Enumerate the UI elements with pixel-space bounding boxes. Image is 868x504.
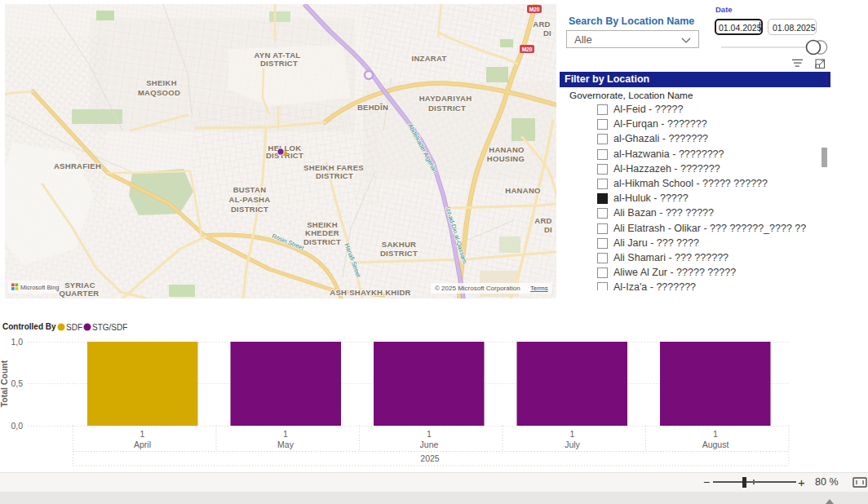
svg-text:ASH SHAYKH KHIDR: ASH SHAYKH KHIDR <box>330 288 410 297</box>
svg-text:0,5: 0,5 <box>11 378 23 388</box>
svg-text:MAQSOOD: MAQSOOD <box>138 88 180 97</box>
svg-text:SHEIKH: SHEIKH <box>146 78 177 87</box>
svg-text:DI: DI <box>543 29 551 38</box>
svg-text:August: August <box>702 440 729 449</box>
svg-text:ARD: ARD <box>533 20 550 29</box>
svg-text:July: July <box>565 440 580 449</box>
svg-text:1: 1 <box>283 429 288 439</box>
svg-text:BUSTAN: BUSTAN <box>233 185 267 194</box>
svg-text:BEHDÎN: BEHDÎN <box>357 103 388 112</box>
svg-text:QUARTER: QUARTER <box>59 289 99 298</box>
svg-text:AL-PASHA: AL-PASHA <box>229 195 271 204</box>
svg-text:STG/SDF: STG/SDF <box>92 323 127 332</box>
svg-text:M20: M20 <box>522 46 533 52</box>
svg-text:AYN AT-TAL: AYN AT-TAL <box>255 51 301 60</box>
svg-text:1: 1 <box>140 429 145 439</box>
svg-text:DISTRICT: DISTRICT <box>316 171 353 180</box>
svg-text:SDF: SDF <box>66 323 82 332</box>
svg-text:May: May <box>277 440 294 449</box>
svg-text:1: 1 <box>713 429 718 439</box>
svg-text:Microsoft Bing: Microsoft Bing <box>20 284 60 291</box>
svg-text:DISTRICT: DISTRICT <box>303 237 341 246</box>
svg-text:© 2025 Microsoft Corporation: © 2025 Microsoft Corporation <box>435 285 520 292</box>
svg-text:Total Count: Total Count <box>0 360 9 407</box>
svg-text:ASHRAFIEH: ASHRAFIEH <box>54 161 101 170</box>
svg-text:DISTRICT: DISTRICT <box>380 249 418 258</box>
svg-text:ARD: ARD <box>534 216 551 225</box>
svg-text:1: 1 <box>570 429 575 439</box>
svg-text:June: June <box>420 440 439 449</box>
svg-text:KHEDER: KHEDER <box>305 228 339 237</box>
svg-text:HANANO: HANANO <box>505 186 541 195</box>
svg-text:2025: 2025 <box>420 453 440 463</box>
svg-text:HAYDARIYAH: HAYDARIYAH <box>419 94 472 103</box>
svg-text:DISTRICT: DISTRICT <box>231 205 268 214</box>
svg-text:HOUSING: HOUSING <box>487 154 525 163</box>
svg-text:DI: DI <box>544 225 552 234</box>
svg-text:DISTRICT: DISTRICT <box>260 59 298 68</box>
svg-text:0,0: 0,0 <box>11 421 23 431</box>
svg-text:SAKHUR: SAKHUR <box>382 240 416 249</box>
svg-text:1: 1 <box>427 429 432 439</box>
svg-text:Terms: Terms <box>530 285 548 292</box>
svg-text:April: April <box>134 440 151 449</box>
svg-text:DISTRICT: DISTRICT <box>428 104 466 113</box>
svg-text:INZARAT: INZARAT <box>411 54 446 63</box>
svg-text:1,0: 1,0 <box>11 337 23 347</box>
svg-text:M20: M20 <box>529 7 540 12</box>
svg-text:HANANO: HANANO <box>489 145 525 154</box>
